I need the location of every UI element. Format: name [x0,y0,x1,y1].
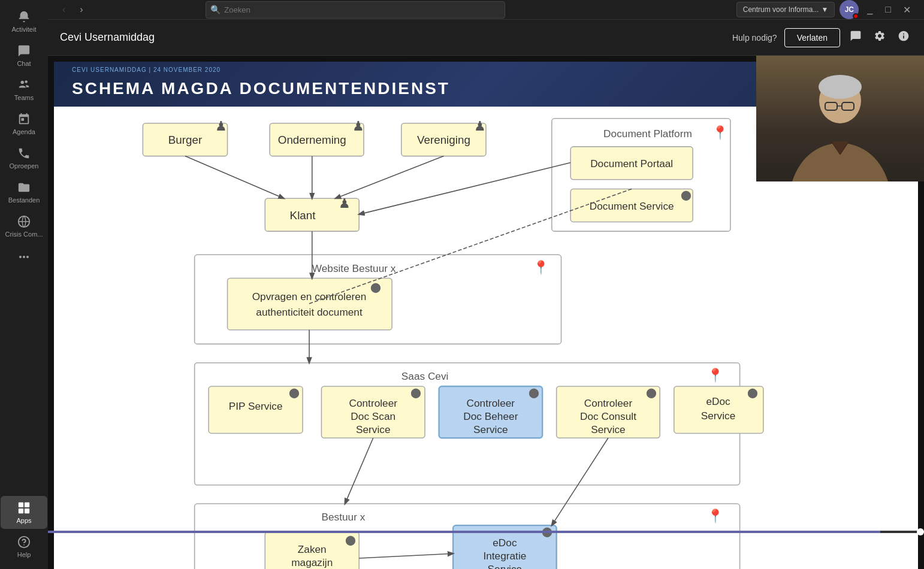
svg-text:Doc Scan: Doc Scan [351,410,395,422]
chat-icon [17,44,31,58]
svg-text:Service: Service [356,423,391,435]
svg-text:⬤: ⬤ [529,388,539,398]
sidebar: Activiteit Chat Teams Agenda Oproepen Be… [0,0,48,569]
sidebar-item-agenda[interactable]: Agenda [1,107,47,140]
svg-text:⬤: ⬤ [370,282,381,293]
svg-text:♟: ♟ [215,119,227,134]
svg-point-0 [21,81,25,84]
svg-text:⬤: ⬤ [289,388,300,398]
maximize-button[interactable]: □ [881,2,895,17]
svg-line-88 [345,438,373,504]
svg-text:📍: 📍 [533,259,549,276]
sidebar-item-crisis[interactable]: Crisis Com... [1,210,47,243]
svg-text:eDoc: eDoc [706,395,730,407]
svg-text:Klant: Klant [290,209,316,222]
svg-text:magazijn: magazijn [291,556,333,568]
verlaten-button[interactable]: Verlaten [784,28,840,47]
svg-text:Doc Beheer: Doc Beheer [463,410,518,422]
calendar-icon [17,112,31,126]
apps-icon [17,501,31,515]
svg-text:Website Bestuur x: Website Bestuur x [312,262,396,274]
svg-text:♟: ♟ [339,196,351,211]
svg-text:authenticiteit document: authenticiteit document [256,306,363,318]
svg-line-89 [552,438,608,525]
slide-subtitle: CEVI USERNAMIDDAG | 24 NOVEMBER 2020 [72,66,221,73]
main-content: ‹ › 🔍 Centrum voor Informa... ▼ JC ⎯ □ ✕… [48,0,924,569]
svg-text:Service: Service [591,423,626,435]
svg-rect-3 [19,503,23,507]
svg-line-86 [359,553,453,558]
svg-text:⬤: ⬤ [681,190,692,201]
settings-button[interactable] [871,28,888,47]
svg-point-8 [23,544,25,546]
svg-text:Opvragen en controleren: Opvragen en controleren [252,290,367,302]
chat-panel-button[interactable] [847,28,864,47]
help-text: Hulp nodig? [732,33,777,43]
avatar[interactable]: JC [840,0,859,19]
search-input[interactable] [206,1,505,19]
sidebar-item-oproepen[interactable]: Oproepen [1,141,47,174]
teams-icon [17,78,31,92]
progress-bar[interactable] [48,531,924,533]
status-dot [853,13,859,19]
phone-icon [17,146,31,161]
sidebar-item-chat[interactable]: Chat [1,39,47,72]
help-icon [17,535,31,549]
search-icon: 🔍 [210,5,221,14]
org-selector[interactable]: Centrum voor Informa... ▼ [736,2,835,17]
person-silhouette [756,56,924,181]
progress-bar-fill [48,531,880,533]
svg-text:♟: ♟ [474,119,486,134]
svg-text:Vereniging: Vereniging [417,134,470,146]
svg-text:📍: 📍 [712,125,729,141]
meeting-area: Cevi Usernamiddag Hulp nodig? Verlaten [48,20,924,569]
svg-text:Document Service: Document Service [590,200,674,212]
svg-text:Service: Service [473,423,508,435]
sidebar-item-teams[interactable]: Teams [1,73,47,106]
back-button[interactable]: ‹ [58,2,70,17]
minimize-button[interactable]: ⎯ [863,2,877,17]
sidebar-item-apps[interactable]: Apps [1,496,47,529]
sidebar-more[interactable] [1,244,47,266]
svg-text:Onderneming: Onderneming [278,134,346,146]
topbar-right: Centrum voor Informa... ▼ JC ⎯ □ ✕ [736,0,914,19]
svg-text:Controleer: Controleer [584,397,633,409]
svg-text:♟: ♟ [352,119,364,134]
meeting-header: Cevi Usernamiddag Hulp nodig? Verlaten [48,20,924,56]
svg-rect-4 [25,503,29,507]
svg-text:Burger: Burger [168,134,202,146]
forward-button[interactable]: › [75,2,87,17]
chevron-down-icon: ▼ [821,5,828,14]
participant-video [756,56,924,181]
svg-text:Bestuur x: Bestuur x [321,511,365,523]
svg-text:PIP Service: PIP Service [229,400,283,412]
bell-icon [17,10,31,24]
svg-text:📍: 📍 [707,367,724,383]
svg-rect-6 [25,509,29,513]
svg-text:⬤: ⬤ [345,535,356,546]
info-button[interactable] [895,28,912,47]
slide-title: SCHEMA MAGDA DOCUMENTENDIENST [72,79,450,98]
svg-text:Service: Service [701,410,736,422]
svg-line-29 [185,156,284,199]
svg-text:⬤: ⬤ [646,388,657,398]
svg-text:Zaken: Zaken [298,543,327,555]
files-icon [17,180,31,195]
progress-dot [917,528,924,535]
svg-text:Controleer: Controleer [467,397,515,409]
svg-point-96 [819,75,862,99]
svg-text:Document Portaal: Document Portaal [590,158,673,170]
close-button[interactable]: ✕ [899,2,914,18]
sidebar-item-bestanden[interactable]: Bestanden [1,175,47,208]
svg-text:📍: 📍 [707,508,724,524]
topbar: ‹ › 🔍 Centrum voor Informa... ▼ JC ⎯ □ ✕ [48,0,924,20]
globe-icon [17,214,31,229]
svg-text:Doc Consult: Doc Consult [580,410,636,422]
svg-text:Document Platform: Document Platform [603,128,692,140]
svg-rect-36 [228,279,392,330]
video-person [756,56,924,181]
svg-rect-5 [19,509,23,513]
svg-text:Integratie: Integratie [483,550,526,562]
sidebar-item-help[interactable]: Help [1,530,47,563]
sidebar-item-activiteit[interactable]: Activiteit [1,5,47,38]
